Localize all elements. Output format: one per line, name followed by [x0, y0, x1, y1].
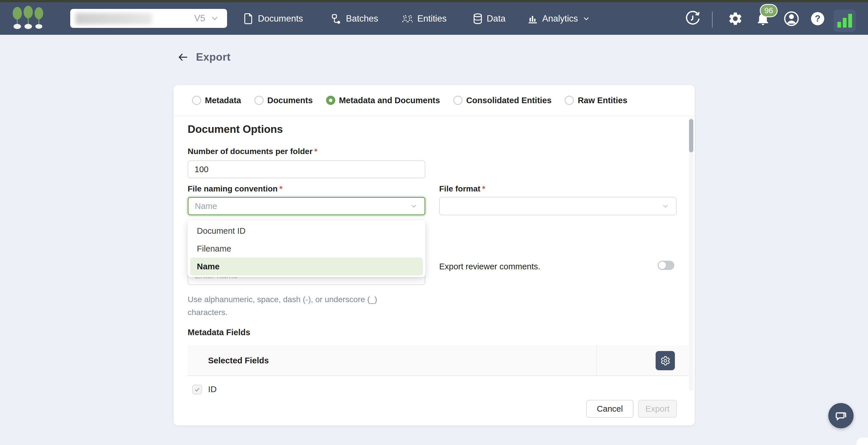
cancel-button[interactable]: Cancel [586, 400, 633, 418]
top-navbar: V5 Documents Batches Entities Data Analy… [0, 2, 868, 35]
required-asterisk: * [279, 184, 283, 193]
back-arrow-icon[interactable] [178, 52, 189, 63]
label-text: Number of documents per folder [188, 147, 313, 156]
gear-icon [660, 355, 671, 366]
database-icon [473, 13, 483, 24]
toggle-knob [658, 262, 666, 269]
nav-label: Entities [417, 13, 447, 24]
chat-widget-corner [857, 438, 868, 445]
chevron-down-icon [409, 202, 418, 210]
nav-item-analytics[interactable]: Analytics [527, 2, 591, 35]
version-label: V5 [194, 13, 205, 24]
metadata-fields-heading: Metadata Fields [188, 328, 250, 337]
file-naming-label: File naming convention* [188, 184, 283, 194]
notification-count-badge: 96 [760, 4, 778, 17]
radio-circle [254, 96, 264, 105]
dropdown-option-filename[interactable]: Filename [188, 240, 425, 258]
required-asterisk: * [314, 147, 317, 156]
chevron-down-icon [210, 13, 220, 23]
nav-label: Documents [258, 13, 303, 24]
history-icon [684, 10, 701, 27]
docs-per-folder-input[interactable] [188, 161, 425, 178]
configure-fields-button[interactable] [656, 351, 675, 370]
app-logo-trees-icon [11, 6, 45, 32]
nav-label: Batches [346, 13, 378, 24]
analytics-icon [527, 13, 538, 24]
check-icon [194, 386, 200, 393]
user-menu-button[interactable] [783, 2, 800, 35]
navbar-divider [712, 11, 713, 28]
export-button[interactable]: Export [638, 400, 677, 418]
nav-item-batches[interactable]: Batches [331, 2, 378, 35]
settings-button[interactable] [727, 2, 743, 35]
chat-button[interactable] [828, 403, 854, 428]
workspace-selector[interactable]: V5 [70, 9, 227, 28]
radio-label: Raw Entities [578, 96, 627, 105]
entities-icon [402, 13, 413, 24]
document-icon [244, 13, 254, 25]
section-heading: Document Options [188, 123, 283, 135]
file-naming-select[interactable]: Name [188, 197, 425, 215]
table-row-label: ID [208, 384, 217, 394]
nav-label: Analytics [542, 13, 578, 24]
nav-item-documents[interactable]: Documents [244, 2, 303, 35]
radio-label: Consolidated Entities [466, 96, 551, 105]
dropdown-option-name-selected[interactable]: Name [190, 258, 423, 275]
page-title: Export [196, 51, 230, 63]
green-bars-icon [837, 14, 852, 28]
table-header: Selected Fields [188, 345, 691, 376]
card-scrollbar-thumb[interactable] [689, 119, 693, 152]
radio-circle [453, 96, 463, 105]
top-accent-strip [0, 0, 868, 2]
label-text: File naming convention [188, 184, 278, 193]
radio-metadata-and-documents[interactable]: Metadata and Documents [326, 96, 440, 105]
app-screen: V5 Documents Batches Entities Data Analy… [0, 0, 868, 445]
select-value: Name [195, 202, 217, 211]
nav-item-entities[interactable]: Entities [402, 2, 447, 35]
extension-chart-button[interactable] [834, 9, 856, 32]
reviewer-comments-label: Export reviewer comments. [439, 262, 540, 271]
docs-per-folder-label: Number of documents per folder* [188, 147, 317, 156]
export-type-radio-group: Metadata Documents Metadata and Document… [174, 85, 695, 116]
radio-label: Metadata [205, 96, 241, 105]
file-format-select[interactable] [439, 197, 677, 215]
card-scrollbar-track[interactable] [689, 117, 693, 391]
metadata-fields-table: Selected Fields ID [188, 345, 691, 376]
column-header: Selected Fields [208, 355, 269, 365]
chat-icon [834, 409, 847, 422]
file-naming-dropdown: Document ID Filename Name [188, 220, 425, 277]
radio-consolidated-entities[interactable]: Consolidated Entities [453, 96, 551, 105]
reviewer-comments-toggle[interactable] [658, 261, 674, 270]
radio-raw-entities[interactable]: Raw Entities [565, 96, 627, 105]
chevron-down-icon [582, 14, 591, 23]
redacted-workspace-name [75, 13, 152, 25]
chevron-down-icon [661, 202, 670, 210]
batches-icon [331, 13, 342, 24]
dropdown-option-document-id[interactable]: Document ID [188, 222, 425, 240]
nav-label: Data [487, 13, 505, 24]
radio-label: Metadata and Documents [339, 96, 440, 105]
radio-documents[interactable]: Documents [254, 96, 313, 105]
radio-circle [192, 96, 201, 105]
label-text: File format [439, 184, 480, 193]
page-header: Export [178, 51, 230, 63]
history-button[interactable] [684, 2, 701, 35]
required-asterisk: * [482, 184, 485, 193]
file-format-label: File format* [439, 184, 485, 194]
radio-label: Documents [267, 96, 313, 105]
radio-circle [565, 96, 574, 105]
name-helper-text: Use alphanumeric, space, dash (-), or un… [188, 293, 389, 319]
help-button[interactable]: ? [811, 2, 824, 35]
radio-metadata[interactable]: Metadata [192, 96, 241, 105]
nav-item-data[interactable]: Data [473, 2, 505, 35]
column-divider [596, 345, 597, 375]
avatar-icon [783, 11, 800, 27]
gear-icon [727, 11, 743, 27]
radio-circle-selected [326, 96, 335, 105]
help-icon: ? [811, 12, 824, 25]
row-checkbox-checked[interactable] [192, 385, 202, 395]
